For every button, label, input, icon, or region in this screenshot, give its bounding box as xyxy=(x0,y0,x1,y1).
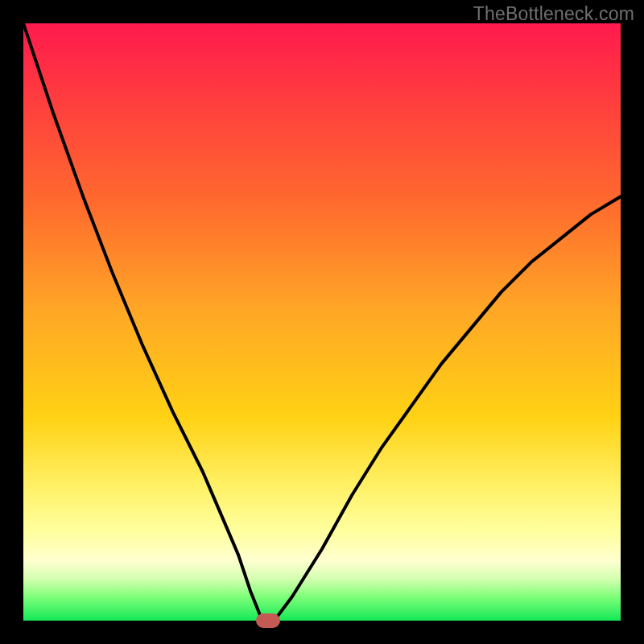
bottleneck-curve xyxy=(23,23,621,621)
watermark-text: TheBottleneck.com xyxy=(473,3,634,25)
curve-svg xyxy=(23,23,621,621)
optimal-marker xyxy=(256,613,280,628)
chart-frame: TheBottleneck.com xyxy=(0,0,644,644)
plot-area xyxy=(23,23,621,621)
